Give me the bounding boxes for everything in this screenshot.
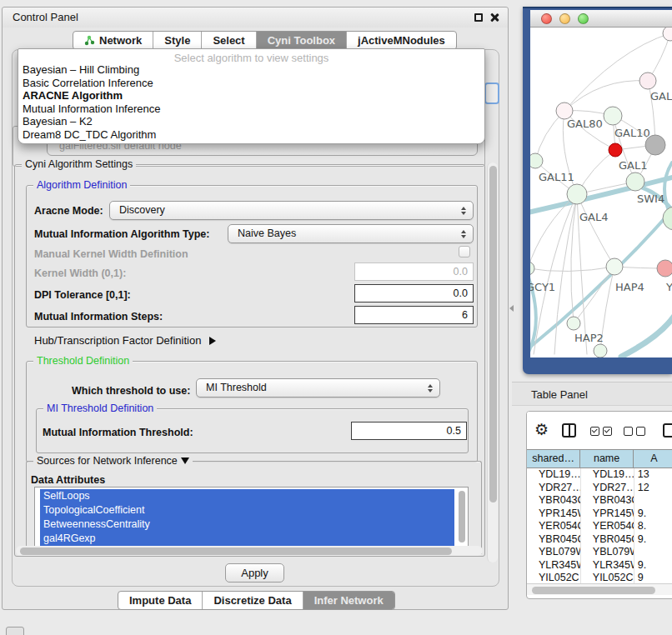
- table-row[interactable]: YBL079WYBL079W: [527, 546, 672, 559]
- scrollbar-thumb[interactable]: [459, 491, 465, 542]
- table-panel-titlebar[interactable]: Table Panel: [512, 382, 672, 406]
- table-mode-icon[interactable]: [663, 423, 672, 438]
- stepper-icon: [428, 384, 433, 392]
- collapsed-arrow-icon: [209, 337, 216, 345]
- aracne-mode-combo[interactable]: Discovery: [109, 201, 474, 220]
- attributes-list-scrollbar[interactable]: [458, 490, 466, 548]
- table-cell: 8.: [634, 520, 672, 533]
- node-HAP4[interactable]: [606, 258, 623, 275]
- node-HAP2[interactable]: [567, 317, 580, 330]
- table-row[interactable]: YDL19…YDL19…13: [527, 468, 672, 482]
- collapsed-panel-button[interactable]: [6, 627, 24, 635]
- attribute-item-selfloops[interactable]: SelfLoops: [40, 489, 454, 503]
- columns-icon[interactable]: [562, 423, 576, 438]
- tab-select[interactable]: Select: [202, 32, 256, 49]
- which-threshold-combo[interactable]: MI Threshold: [196, 378, 440, 398]
- data-attributes-list[interactable]: SelfLoopsTopologicalCoefficientBetweenne…: [34, 487, 469, 551]
- node-GAL11[interactable]: [530, 153, 543, 168]
- node-GCY1[interactable]: [530, 262, 534, 275]
- table-header-row: shared…nameA: [527, 449, 672, 468]
- node-GAL80[interactable]: [556, 102, 573, 119]
- table-row[interactable]: YPR145WYPR145W9.: [527, 508, 672, 521]
- select-all-checkboxes-icon[interactable]: [590, 427, 612, 436]
- close-window-icon[interactable]: [541, 13, 552, 24]
- control-panel-titlebar[interactable]: Control Panel: [3, 8, 508, 28]
- algorithm-option-bayesian-hill-climbing[interactable]: Bayesian – Hill Climbing: [18, 63, 484, 77]
- attribute-item-betweennesscentrality[interactable]: BetweennessCentrality: [40, 518, 454, 532]
- zoom-window-icon[interactable]: [578, 13, 589, 24]
- mi-threshold-input[interactable]: 0.5: [351, 422, 467, 440]
- node-GAL1[interactable]: [609, 143, 622, 157]
- node-table: ⚙ shared…nameA YDL19…YDL19…13YDR27…YDR27…: [526, 411, 672, 599]
- column-header-shared[interactable]: shared…: [527, 450, 580, 468]
- tab-infer-network[interactable]: Infer Network: [303, 592, 394, 609]
- node-label-swi4: SWI4: [637, 192, 664, 205]
- settings-vertical-scrollbar[interactable]: [487, 162, 498, 562]
- node-GAL10[interactable]: [604, 107, 622, 125]
- table-row[interactable]: YBR043CYBR043C: [527, 494, 672, 508]
- scrollbar-thumb[interactable]: [532, 587, 655, 594]
- node-pink[interactable]: [657, 260, 672, 277]
- settings-horizontal-scrollbar[interactable]: [16, 546, 483, 556]
- node-partial-top[interactable]: [663, 28, 672, 41]
- inference-algorithm-combo-fragment[interactable]: [484, 82, 499, 104]
- network-canvas[interactable]: GALGAL80GAL10GAL1GAL11SWI4GAL4GCY1HAP4YH…: [530, 28, 672, 358]
- table-cell: 9.: [634, 533, 672, 547]
- algorithm-option-dream8-dc-tdc-algorithm[interactable]: Dream8 DC_TDC Algorithm: [18, 128, 484, 142]
- mi-algorithm-type-combo[interactable]: Naive Bayes: [228, 224, 474, 243]
- panel-splitter-handle[interactable]: [509, 303, 515, 318]
- deselect-all-checkboxes-icon[interactable]: [624, 427, 645, 436]
- node-label-gal10: GAL10: [614, 127, 650, 139]
- table-cell: YIL052C: [527, 572, 581, 583]
- tab-impute-data[interactable]: Impute Data: [118, 592, 203, 609]
- node-gal-pink[interactable]: [639, 72, 656, 89]
- node-SWI4[interactable]: [626, 172, 644, 191]
- node-GAL4[interactable]: [567, 184, 587, 204]
- table-cell: YLR345W: [527, 559, 581, 572]
- mi-threshold-label: Mutual Information Threshold:: [43, 427, 193, 438]
- table-row[interactable]: YBR045CYBR045C9.: [527, 533, 672, 547]
- table-horizontal-scrollbar[interactable]: [527, 583, 672, 595]
- network-edge: [564, 81, 648, 111]
- network-view-window[interactable]: GALGAL80GAL10GAL1GAL11SWI4GAL4GCY1HAP4YH…: [523, 7, 672, 374]
- algorithm-option-basic-correlation-inference[interactable]: Basic Correlation Inference: [18, 77, 484, 90]
- minimize-window-icon[interactable]: [559, 13, 570, 24]
- attribute-item-gal4rgexp[interactable]: gal4RGexp: [40, 532, 454, 546]
- node-bottom-partial[interactable]: [594, 344, 607, 358]
- mi-threshold-legend: MI Threshold Definition: [43, 402, 157, 414]
- node-right-big[interactable]: [663, 207, 672, 230]
- tab-network[interactable]: Network: [73, 32, 153, 49]
- control-panel-window: Control Panel NetworkStyleSelectCyni Too…: [2, 7, 509, 610]
- network-window-titlebar[interactable]: [530, 10, 672, 28]
- sources-legend[interactable]: Sources for Network Inference: [33, 455, 193, 467]
- tab-style[interactable]: Style: [153, 32, 202, 49]
- table-cell: YBR043C: [581, 494, 634, 508]
- apply-button[interactable]: Apply: [225, 563, 284, 582]
- hub-definition-toggle[interactable]: Hub/Transcription Factor Definition: [34, 334, 216, 347]
- table-row[interactable]: YDR27…YDR27…12: [527, 482, 672, 495]
- attribute-item-topologicalcoefficient[interactable]: TopologicalCoefficient: [40, 503, 454, 518]
- scrollbar-thumb[interactable]: [489, 166, 497, 502]
- close-panel-icon[interactable]: [489, 12, 499, 22]
- data-attributes-items: SelfLoopsTopologicalCoefficientBetweenne…: [35, 489, 468, 546]
- column-header-a[interactable]: A: [634, 450, 672, 468]
- gear-icon[interactable]: ⚙: [534, 418, 549, 440]
- tab-jactivemnodules[interactable]: jActiveMNodules: [347, 32, 456, 49]
- scrollbar-thumb[interactable]: [20, 548, 452, 555]
- algorithm-option-aracne-algorithm[interactable]: ARACNE Algorithm: [18, 89, 484, 102]
- table-row[interactable]: YIL052CYIL052C9: [527, 572, 672, 583]
- data-attributes-label: Data Attributes: [31, 474, 105, 486]
- column-header-name[interactable]: name: [580, 450, 634, 468]
- kernel-width-input[interactable]: 0.0: [354, 262, 474, 281]
- table-row[interactable]: YER054CYER054C8.: [527, 520, 672, 533]
- mi-steps-input[interactable]: 6: [354, 306, 474, 324]
- manual-kernel-width-checkbox[interactable]: [459, 246, 470, 258]
- cyni-bottom-tabbar: Impute DataDiscretize DataInfer Network: [118, 591, 395, 610]
- algorithm-option-mutual-information-inference[interactable]: Mutual Information Inference: [18, 102, 484, 116]
- tab-discretize-data[interactable]: Discretize Data: [203, 592, 303, 609]
- algorithm-option-bayesian-k2[interactable]: Bayesian – K2: [18, 115, 484, 128]
- dpi-tolerance-input[interactable]: 0.0: [354, 284, 474, 302]
- float-window-icon[interactable]: [474, 13, 483, 22]
- tab-cyni-toolbox[interactable]: Cyni Toolbox: [257, 32, 347, 49]
- table-row[interactable]: YLR345WYLR345W9.: [527, 559, 672, 572]
